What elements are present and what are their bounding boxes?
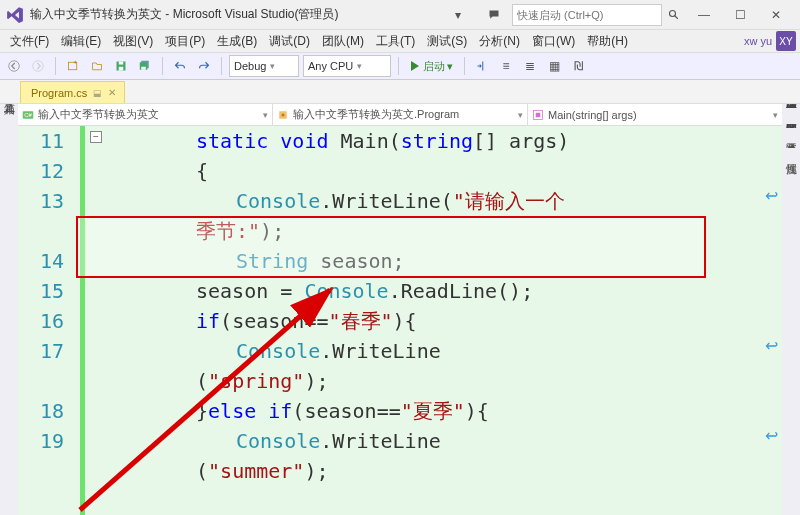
- tool4-icon[interactable]: ₪: [568, 55, 588, 77]
- start-debug-button[interactable]: 启动▾: [406, 59, 457, 74]
- close-button[interactable]: ✕: [758, 3, 794, 27]
- minimize-button[interactable]: —: [686, 3, 722, 27]
- menu-build[interactable]: 生成(B): [211, 31, 263, 52]
- close-tab-icon[interactable]: ✕: [108, 87, 116, 98]
- title-bar: 输入中文季节转换为英文 - Microsoft Visual Studio(管理…: [0, 0, 800, 30]
- window-title: 输入中文季节转换为英文 - Microsoft Visual Studio(管理…: [30, 6, 339, 23]
- notif-icon[interactable]: ▾: [440, 3, 476, 27]
- line-number: 17: [18, 336, 76, 366]
- line-number: 16: [18, 306, 76, 336]
- menu-view[interactable]: 视图(V): [107, 31, 159, 52]
- svg-rect-9: [141, 67, 146, 70]
- quick-launch-input[interactable]: [517, 9, 657, 21]
- menu-window[interactable]: 窗口(W): [526, 31, 581, 52]
- menu-bar: 文件(F) 编辑(E) 视图(V) 项目(P) 生成(B) 调试(D) 团队(M…: [0, 30, 800, 52]
- quick-launch[interactable]: [512, 4, 662, 26]
- tool1-icon[interactable]: ≡: [496, 55, 516, 77]
- line-number: 15: [18, 276, 76, 306]
- diagnostic-tab[interactable]: 诊断工具: [782, 128, 801, 142]
- menu-analyze[interactable]: 分析(N): [473, 31, 526, 52]
- svg-point-12: [282, 113, 285, 116]
- doc-tab-strip: Program.cs ⬓ ✕: [0, 80, 800, 104]
- menu-help[interactable]: 帮助(H): [581, 31, 634, 52]
- menu-tools[interactable]: 工具(T): [370, 31, 421, 52]
- fold-icon[interactable]: −: [90, 131, 102, 143]
- feedback-icon[interactable]: [476, 3, 512, 27]
- save-icon[interactable]: [111, 55, 131, 77]
- menu-project[interactable]: 项目(P): [159, 31, 211, 52]
- maximize-button[interactable]: ☐: [722, 3, 758, 27]
- line-number: 18: [18, 396, 76, 426]
- wrap-icon: ↩: [765, 336, 778, 355]
- svg-point-2: [33, 61, 44, 72]
- undo-icon[interactable]: [170, 55, 190, 77]
- doc-tab-label: Program.cs: [31, 87, 87, 99]
- user-tile[interactable]: XY: [776, 31, 796, 51]
- code-editor[interactable]: 11 − static void Main(string[] args) 12{…: [18, 126, 782, 515]
- menu-edit[interactable]: 编辑(E): [55, 31, 107, 52]
- saveall-icon[interactable]: [135, 55, 155, 77]
- vs-icon: [6, 6, 24, 24]
- doc-tab-active[interactable]: Program.cs ⬓ ✕: [20, 81, 125, 103]
- config-dropdown[interactable]: Debug▾: [229, 55, 299, 77]
- nav-bar: C# 输入中文季节转换为英文▾ 输入中文季节转换为英文.Program▾ Mai…: [18, 104, 782, 126]
- nav-fwd-icon[interactable]: [28, 55, 48, 77]
- tool3-icon[interactable]: ▦: [544, 55, 564, 77]
- open-icon[interactable]: [87, 55, 107, 77]
- search-icon[interactable]: [668, 9, 680, 21]
- line-number: 13: [18, 186, 76, 216]
- tool2-icon[interactable]: ≣: [520, 55, 540, 77]
- menu-team[interactable]: 团队(M): [316, 31, 370, 52]
- platform-dropdown[interactable]: Any CPU▾: [303, 55, 391, 77]
- svg-point-0: [670, 10, 676, 16]
- wrap-icon: ↩: [765, 426, 778, 445]
- nav-back-icon[interactable]: [4, 55, 24, 77]
- redo-icon[interactable]: [194, 55, 214, 77]
- member-combo[interactable]: Main(string[] args)▾: [528, 104, 782, 125]
- line-number: 11: [18, 126, 76, 156]
- new-project-icon[interactable]: [63, 55, 83, 77]
- right-rail: 解决方案资源管理器 团队资源管理器 诊断工具 属性: [782, 80, 800, 515]
- line-number: 14: [18, 246, 76, 276]
- standard-toolbar: Debug▾ Any CPU▾ 启动▾ ≡ ≣ ▦ ₪: [0, 52, 800, 80]
- line-number: 19: [18, 426, 76, 456]
- pin-icon[interactable]: ⬓: [93, 88, 102, 98]
- project-combo[interactable]: C# 输入中文季节转换为英文▾: [18, 104, 273, 125]
- menu-debug[interactable]: 调试(D): [263, 31, 316, 52]
- change-indicator: [80, 126, 85, 515]
- menu-test[interactable]: 测试(S): [421, 31, 473, 52]
- svg-rect-14: [536, 112, 541, 117]
- left-rail: 工具箱: [0, 80, 18, 515]
- class-combo[interactable]: 输入中文季节转换为英文.Program▾: [273, 104, 528, 125]
- team-explorer-tab[interactable]: 团队资源管理器: [782, 108, 801, 122]
- svg-rect-5: [119, 67, 124, 71]
- step-icon[interactable]: [472, 55, 492, 77]
- wrap-icon: ↩: [765, 186, 778, 205]
- username-label[interactable]: xw yu: [744, 35, 772, 47]
- menu-file[interactable]: 文件(F): [4, 31, 55, 52]
- properties-tab[interactable]: 属性: [782, 148, 801, 162]
- svg-text:C#: C#: [24, 112, 32, 118]
- svg-point-1: [9, 61, 20, 72]
- svg-rect-6: [119, 62, 124, 65]
- line-number: 12: [18, 156, 76, 186]
